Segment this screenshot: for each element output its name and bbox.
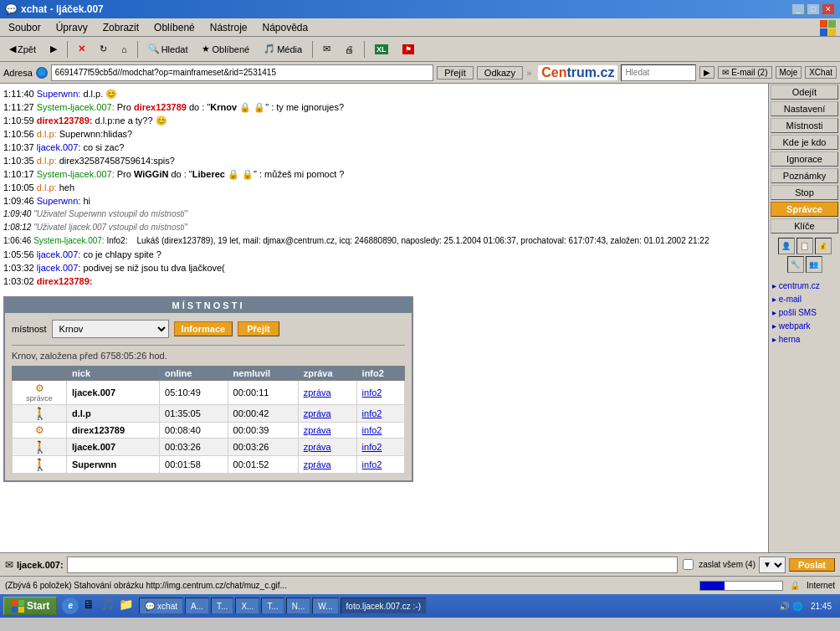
leave-button[interactable]: Odejít xyxy=(771,85,838,100)
window-controls[interactable]: _ □ ✕ xyxy=(791,3,835,15)
menu-oblibene[interactable]: Oblíbené xyxy=(149,21,200,34)
back-icon: ◀ xyxy=(9,44,16,54)
folder-icon[interactable]: 📁 xyxy=(117,598,134,614)
xchat-button[interactable]: XChat xyxy=(805,66,837,79)
icon-btn-4[interactable]: 🔧 xyxy=(787,256,804,273)
rooms-button[interactable]: Místnosti xyxy=(771,118,838,133)
menu-zobrazit[interactable]: Zobrazit xyxy=(98,21,144,34)
brand-search-button[interactable]: ▶ xyxy=(699,66,715,79)
room-select[interactable]: Krnov xyxy=(52,320,169,338)
icon-btn-2[interactable]: 📋 xyxy=(796,238,813,254)
user-info-cell[interactable]: info2 xyxy=(356,456,404,474)
flag-icon: ⚑ xyxy=(402,44,414,54)
user-msg-cell[interactable]: zpráva xyxy=(298,423,356,439)
sidebar-icons-area: 👤 📋 💰 🔧 👥 xyxy=(769,234,840,276)
send-all-checkbox[interactable] xyxy=(683,559,694,570)
taskbar-item-x[interactable]: X... xyxy=(235,598,259,614)
user-msg-cell[interactable]: zpráva xyxy=(298,439,356,456)
taskbar-item-a[interactable]: A... xyxy=(185,598,209,614)
media-quick-icon[interactable]: 🎵 xyxy=(99,598,115,614)
link-webpark[interactable]: webpark xyxy=(772,320,837,333)
back-button[interactable]: ◀ Zpět xyxy=(3,39,42,59)
user-info-cell[interactable]: info2 xyxy=(356,381,404,405)
email-link-button[interactable]: ✉ E-mail (2) xyxy=(718,66,771,79)
send-select[interactable]: ▼ xyxy=(759,557,786,573)
taskbar-item-foto[interactable]: foto.ljacek.007.cz :-) xyxy=(341,598,427,614)
brand-search-input[interactable] xyxy=(621,64,696,81)
settings-button[interactable]: Nastavení xyxy=(771,101,838,116)
moje-button[interactable]: Moje xyxy=(776,66,802,79)
link-sms[interactable]: pošli SMS xyxy=(772,306,837,320)
window-title: 💬 xchat - ljáček.007 xyxy=(5,3,104,15)
forward-button[interactable]: ▶ xyxy=(44,39,63,59)
table-row: 🚶 ljacek.007 00:03:26 00:03:26 zpráva in… xyxy=(13,439,405,456)
taskbar-item-n[interactable]: N... xyxy=(286,598,311,614)
user-msg-cell[interactable]: zpráva xyxy=(298,456,356,474)
admin-button[interactable]: Správce xyxy=(771,202,838,217)
minimize-button[interactable]: _ xyxy=(791,3,805,15)
print-button[interactable]: 🖨 xyxy=(339,39,360,59)
user-online-cell: 05:10:49 xyxy=(160,381,228,405)
user-msg-cell[interactable]: zpráva xyxy=(298,405,356,423)
menu-upravy[interactable]: Úpravy xyxy=(51,21,93,34)
status-text: (Zbývá 6 položek) Stahování obrázku http… xyxy=(5,581,693,590)
ie-quick-icon[interactable]: e xyxy=(62,598,79,614)
link-email[interactable]: e-mail xyxy=(772,293,837,306)
stop-button-sidebar[interactable]: Stop xyxy=(771,185,838,200)
notes-button[interactable]: Poznámky xyxy=(771,168,838,183)
search-button[interactable]: 🔍 Hledat xyxy=(142,39,194,59)
user-msg-cell[interactable]: zpráva xyxy=(298,381,356,405)
rooms-go-button[interactable]: Přejít xyxy=(238,321,279,336)
system-message: 1:09:40 "Uživatel Superwnn vstoupil do m… xyxy=(3,208,765,221)
flag-button[interactable]: ⚑ xyxy=(397,39,420,59)
taskbar-item-t1[interactable]: T... xyxy=(211,598,233,614)
user-info-cell[interactable]: info2 xyxy=(356,423,404,439)
table-row: 🚶 d.l.p 01:35:05 00:00:42 zpráva info2 xyxy=(13,405,405,423)
send-button[interactable]: Poslat xyxy=(789,558,835,572)
taskbar-item-w[interactable]: W... xyxy=(312,598,338,614)
search-icon: 🔍 xyxy=(148,44,160,54)
excel-button[interactable]: XL xyxy=(369,39,394,59)
icon-btn-5[interactable]: 👥 xyxy=(806,256,822,273)
ignore-button[interactable]: Ignorace xyxy=(771,151,838,167)
icon-btn-3[interactable]: 💰 xyxy=(815,238,832,254)
message-input[interactable] xyxy=(67,557,679,573)
menu-soubor[interactable]: Soubor xyxy=(3,21,46,34)
svg-rect-0 xyxy=(820,20,827,28)
col-header-info2: info2 xyxy=(356,367,404,381)
media-button[interactable]: 🎵 Média xyxy=(258,39,308,59)
link-herna[interactable]: herna xyxy=(772,333,837,346)
user-info-cell[interactable]: info2 xyxy=(356,439,404,456)
rooms-info-button[interactable]: Informace xyxy=(174,321,233,336)
link-centrum[interactable]: centrum.cz xyxy=(772,280,837,293)
addressbar: Adresa 🌐 Přejít Odkazy » Centrum.cz ▶ ✉ … xyxy=(0,62,840,84)
refresh-button[interactable]: ↻ xyxy=(94,39,113,59)
user-info-cell[interactable]: info2 xyxy=(356,405,404,423)
show-desktop-icon[interactable]: 🖥 xyxy=(80,598,97,614)
address-input[interactable] xyxy=(51,64,433,81)
favorites-button[interactable]: ★ Oblíbené xyxy=(196,39,255,59)
col-header-zprava: zpráva xyxy=(298,367,356,381)
where-button[interactable]: Kde je kdo xyxy=(771,135,838,150)
go-button[interactable]: Přejít xyxy=(437,66,474,80)
chat-area[interactable]: 1:11:40 Superwnn: d.l.p. 😊 1:11:27 Syste… xyxy=(0,84,769,552)
menu-nastroje[interactable]: Nástroje xyxy=(205,21,253,34)
taskbar-item-xchat[interactable]: 💬 xchat xyxy=(139,598,183,614)
progress-fill xyxy=(700,582,725,590)
statusbar: (Zbývá 6 položek) Stahování obrázku http… xyxy=(0,576,840,594)
quick-launch: e 🖥 🎵 📁 xyxy=(62,598,134,614)
taskbar-item-t2[interactable]: T... xyxy=(261,598,284,614)
close-button[interactable]: ✕ xyxy=(822,3,835,15)
maximize-button[interactable]: □ xyxy=(807,3,820,15)
chat-line: 1:10:56 d.l.p: Superwnn:hlidas? xyxy=(3,127,765,141)
stop-button[interactable]: ✕ xyxy=(72,39,91,59)
menubar: Soubor Úpravy Zobrazit Oblíbené Nástroje… xyxy=(0,18,840,37)
links-button[interactable]: Odkazy xyxy=(477,66,523,80)
keys-button[interactable]: Klíče xyxy=(771,218,838,233)
home-button[interactable]: ⌂ xyxy=(115,39,133,59)
start-button[interactable]: Start xyxy=(3,597,57,615)
chat-line: 1:10:17 System-ljacek.007: Pro WiGGiN do… xyxy=(3,167,765,181)
email-tb-button[interactable]: ✉ xyxy=(317,39,336,59)
icon-btn-1[interactable]: 👤 xyxy=(778,238,795,254)
menu-napoveda[interactable]: Nápověda xyxy=(257,21,313,34)
